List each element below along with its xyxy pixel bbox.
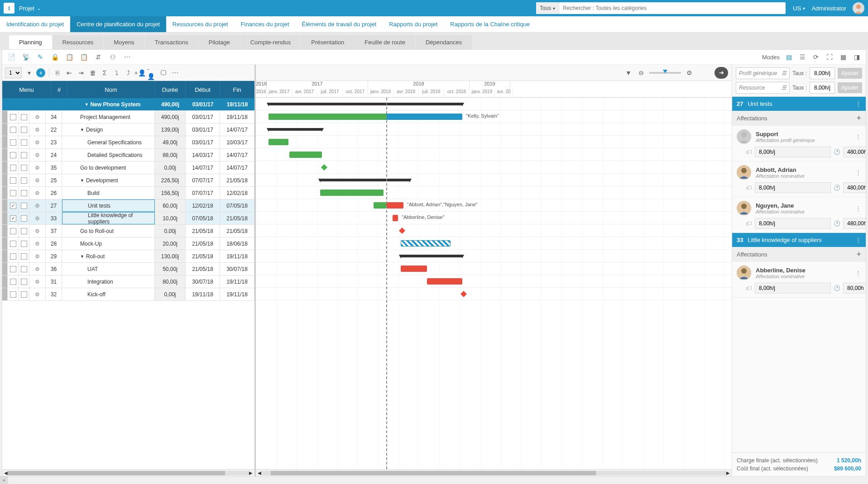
kebab-icon[interactable]: ⋮ (855, 169, 861, 176)
table-row[interactable]: ⚙34Project Management490,00j03/01/1719/1… (2, 111, 254, 123)
person-rate-input[interactable] (755, 283, 831, 294)
row-name[interactable]: UAT (62, 263, 155, 275)
row-gear[interactable]: ⚙ (29, 149, 46, 161)
row-gear[interactable]: ⚙ (29, 161, 46, 174)
row-name[interactable]: General Specifications (62, 136, 155, 148)
mode-gantt-icon[interactable]: ▤ (784, 52, 793, 62)
summary-row[interactable]: ▼New Phone System 490,00j 03/01/17 19/11… (2, 98, 254, 111)
col-menu[interactable]: Menu (2, 81, 51, 98)
person-hours-input[interactable] (843, 218, 866, 229)
kebab-icon[interactable]: ⋮ (855, 270, 861, 276)
checkbox[interactable] (21, 266, 27, 272)
row-gear[interactable]: ⚙ (29, 263, 46, 275)
person-hours-input[interactable] (843, 147, 866, 157)
col-duree[interactable]: Durée (155, 81, 186, 98)
row-handle[interactable] (2, 250, 8, 262)
search-category-selector[interactable]: Tous ▾ (536, 2, 559, 14)
row-gear[interactable]: ⚙ (29, 225, 46, 237)
checkbox[interactable] (21, 114, 27, 120)
row-gear[interactable]: ⚙ (29, 288, 46, 300)
subtab-ressources[interactable]: Ressources (53, 35, 104, 49)
table-row[interactable]: ✓⚙27Unit tests60,00j12/02/1807/05/18 (2, 199, 254, 212)
gantt-body[interactable]: "Kelly, Sylvain" "Abbott, Adrian","Nguye… (256, 98, 732, 469)
link-icon[interactable]: ⤵ (112, 68, 121, 77)
user-avatar[interactable] (853, 2, 864, 14)
row-name[interactable]: ▼Design (62, 123, 155, 136)
checkbox[interactable] (21, 203, 27, 209)
taux-input-2[interactable] (810, 82, 835, 94)
kebab-icon[interactable]: ⋮ (855, 100, 861, 107)
row-name[interactable]: Mock-Up (62, 237, 155, 250)
add-profil-button[interactable]: Ajouter (838, 68, 862, 79)
table-row[interactable]: ⚙35Go to development0,00j14/07/1714/07/1… (2, 161, 254, 174)
gantt-hscroll[interactable]: ◀ ▶ (256, 469, 732, 476)
row-name[interactable]: Build (62, 187, 155, 199)
col-fin[interactable]: Fin (220, 81, 254, 98)
row-gear[interactable]: ⚙ (29, 212, 46, 224)
add-task-button[interactable]: + (36, 68, 45, 77)
checkbox[interactable] (10, 291, 16, 298)
checkbox[interactable] (10, 177, 16, 184)
subtab-feuille-route[interactable]: Feuille de route (355, 35, 415, 49)
checkbox[interactable] (21, 291, 27, 298)
left-hscroll[interactable]: ◀ ▶ (2, 469, 254, 476)
table-row[interactable]: ⚙25▼Development226,50j07/07/1721/05/18 (2, 174, 254, 187)
checkbox[interactable] (21, 215, 27, 222)
row-name[interactable]: Unit tests (62, 199, 155, 212)
subtab-planning[interactable]: Planning (9, 35, 52, 49)
table-row[interactable]: ⚙24Detailed Specifications88,00j14/03/17… (2, 149, 254, 161)
row-handle[interactable] (2, 149, 8, 161)
expand-handle[interactable]: » (0, 476, 8, 477)
more-icon[interactable]: ⋯ (123, 52, 132, 62)
go-button[interactable]: ➜ (715, 67, 728, 79)
table-row[interactable]: ⚙22▼Design139,00j03/01/1714/07/17 (2, 123, 254, 136)
row-gear[interactable]: ⚙ (29, 237, 46, 250)
mode-fullscreen-icon[interactable]: ⛶ (825, 52, 834, 62)
filter-icon[interactable]: ▼ (624, 68, 633, 77)
level-selector[interactable]: 1 (5, 67, 22, 78)
row-name[interactable]: Detailed Specifications (62, 149, 155, 161)
checkbox[interactable] (10, 139, 16, 146)
add-resource-button[interactable]: Ajouter (838, 82, 862, 93)
collapse-icon[interactable]: ▼ (80, 178, 84, 183)
navtab-identification[interactable]: Identification du projet (0, 16, 70, 32)
outdent-icon[interactable]: ⇤ (65, 68, 74, 77)
row-handle[interactable] (2, 123, 8, 136)
navtab-elements[interactable]: Éléments de travail du projet (296, 16, 383, 32)
remove-person-icon[interactable]: -👤 (147, 68, 156, 77)
more-grid-icon[interactable]: ⋯ (171, 68, 180, 77)
collapse-icon[interactable]: ▼ (85, 102, 89, 107)
row-name[interactable]: Kick-off (62, 288, 155, 300)
row-gear[interactable]: ⚙ (29, 199, 46, 212)
checkbox[interactable] (10, 152, 16, 158)
navtab-finances[interactable]: Finances du projet (235, 16, 296, 32)
checkbox[interactable] (21, 177, 27, 184)
subtab-presentation[interactable]: Présentation (301, 35, 354, 49)
checkbox[interactable] (10, 127, 16, 133)
checkbox[interactable] (10, 190, 16, 196)
doc-check-icon[interactable]: 📋 (65, 52, 74, 62)
checkbox[interactable] (21, 139, 27, 146)
checkbox[interactable] (21, 253, 27, 260)
user-name[interactable]: Administrator (811, 5, 846, 12)
row-name[interactable]: Project Management (62, 111, 155, 123)
dropdown-icon[interactable]: ▾ (24, 68, 34, 77)
checkbox[interactable] (21, 152, 27, 158)
checkbox[interactable] (10, 266, 16, 272)
kebab-icon[interactable]: ⋮ (855, 237, 861, 243)
subtab-dependances[interactable]: Dépendances (416, 35, 472, 49)
table-row[interactable]: ⚙26Build156,50j07/07/1712/02/18 (2, 187, 254, 199)
plus-icon[interactable]: + (856, 114, 861, 123)
checkbox[interactable] (10, 279, 16, 285)
row-handle[interactable] (2, 187, 8, 199)
checkbox[interactable]: ✓ (10, 215, 16, 222)
checkbox[interactable] (21, 279, 27, 285)
person-hours-input[interactable] (843, 283, 866, 294)
row-handle[interactable] (2, 174, 8, 186)
kebab-icon[interactable]: ⋮ (855, 205, 861, 212)
mode-list-icon[interactable]: ☰ (798, 52, 807, 62)
row-name[interactable]: ▼Roll-out (62, 250, 155, 262)
col-debut[interactable]: Début (186, 81, 220, 98)
gear-icon[interactable]: ⚙ (685, 68, 694, 77)
edit-icon[interactable]: ✎ (36, 52, 45, 62)
